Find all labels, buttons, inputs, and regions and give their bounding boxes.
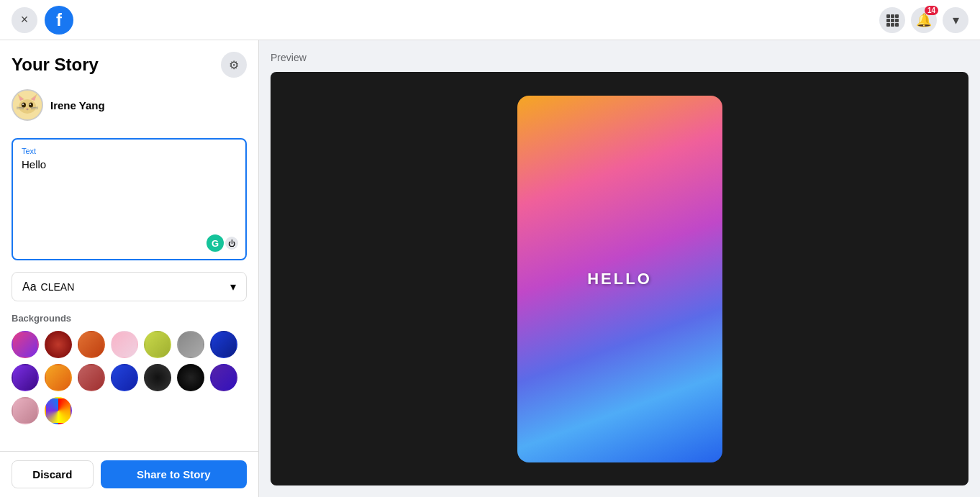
svg-rect-7 xyxy=(891,23,894,27)
font-name-label: CLEAN xyxy=(41,281,75,293)
background-swatch-12[interactable] xyxy=(144,364,171,391)
story-card: HELLO xyxy=(517,96,722,462)
user-name: Irene Yang xyxy=(50,99,105,111)
svg-rect-6 xyxy=(886,23,890,27)
backgrounds-label: Backgrounds xyxy=(12,313,247,324)
topbar-left: × f xyxy=(12,6,73,35)
story-text: HELLO xyxy=(587,270,652,288)
font-selector-left: Aa CLEAN xyxy=(22,281,74,293)
svg-point-18 xyxy=(30,104,31,105)
background-swatch-2[interactable] xyxy=(45,331,72,358)
account-chevron-button[interactable]: ▾ xyxy=(943,7,968,33)
backgrounds-section: Backgrounds xyxy=(12,313,247,424)
svg-rect-4 xyxy=(891,19,894,22)
gear-icon: ⚙ xyxy=(229,58,239,72)
preview-frame: HELLO xyxy=(271,72,968,485)
svg-rect-5 xyxy=(895,19,899,22)
text-input[interactable] xyxy=(22,158,237,245)
background-swatch-5[interactable] xyxy=(144,331,171,358)
chevron-down-icon: ▾ xyxy=(953,12,959,28)
main-layout: Your Story ⚙ xyxy=(0,40,980,497)
grid-icon xyxy=(885,13,899,27)
background-swatch-8[interactable] xyxy=(12,364,39,391)
font-aa-label: Aa xyxy=(22,281,37,293)
background-swatch-3[interactable] xyxy=(78,331,105,358)
background-swatch-4[interactable] xyxy=(111,331,138,358)
preview-label: Preview xyxy=(271,52,968,63)
svg-rect-1 xyxy=(891,14,894,18)
left-panel: Your Story ⚙ xyxy=(0,40,259,497)
chevron-down-icon: ▾ xyxy=(230,280,236,293)
text-input-label: Text xyxy=(22,147,237,155)
discard-button[interactable]: Discard xyxy=(12,460,94,488)
background-swatch-6[interactable] xyxy=(177,331,204,358)
grammarly-g-icon: G xyxy=(207,234,224,252)
svg-point-10 xyxy=(19,99,36,114)
settings-button[interactable]: ⚙ xyxy=(221,52,247,78)
user-row: Irene Yang xyxy=(0,83,258,132)
page-title: Your Story xyxy=(12,55,99,75)
background-swatch-11[interactable] xyxy=(111,364,138,391)
svg-point-15 xyxy=(22,103,26,108)
close-icon: × xyxy=(21,12,29,27)
notification-button[interactable]: 🔔 14 xyxy=(911,7,937,33)
background-swatch-15[interactable] xyxy=(12,397,39,424)
svg-line-23 xyxy=(31,109,38,109)
svg-rect-3 xyxy=(886,19,890,22)
avatar xyxy=(12,89,43,121)
notification-badge: 14 xyxy=(925,6,938,15)
font-selector[interactable]: Aa CLEAN ▾ xyxy=(12,272,247,301)
background-swatch-1[interactable] xyxy=(12,331,39,358)
close-button[interactable]: × xyxy=(12,7,37,33)
grammarly-widget: G ⏻ xyxy=(207,234,238,252)
background-swatch-7[interactable] xyxy=(210,331,237,358)
svg-rect-0 xyxy=(886,14,890,18)
left-panel-header: Your Story ⚙ xyxy=(0,40,258,83)
bottom-buttons: Discard Share to Story xyxy=(0,451,258,497)
svg-rect-8 xyxy=(895,23,899,27)
grid-button[interactable] xyxy=(879,7,905,33)
fb-logo: f xyxy=(45,6,73,35)
background-swatch-13[interactable] xyxy=(177,364,204,391)
background-swatch-9[interactable] xyxy=(45,364,72,391)
svg-line-21 xyxy=(17,109,24,109)
background-swatch-14[interactable] xyxy=(210,364,237,391)
background-swatch-16[interactable] xyxy=(45,397,72,424)
preview-area: Preview HELLO xyxy=(259,40,980,497)
share-to-story-button[interactable]: Share to Story xyxy=(101,460,247,488)
svg-point-16 xyxy=(29,103,33,108)
background-swatch-10[interactable] xyxy=(78,364,105,391)
svg-rect-2 xyxy=(895,14,899,18)
topbar-right: 🔔 14 ▾ xyxy=(879,7,968,33)
text-input-container: Text G ⏻ xyxy=(12,138,247,260)
topbar: × f 🔔 14 ▾ xyxy=(0,0,980,40)
backgrounds-grid xyxy=(12,331,247,424)
grammarly-dot-icon: ⏻ xyxy=(225,237,238,250)
svg-point-17 xyxy=(22,104,24,105)
